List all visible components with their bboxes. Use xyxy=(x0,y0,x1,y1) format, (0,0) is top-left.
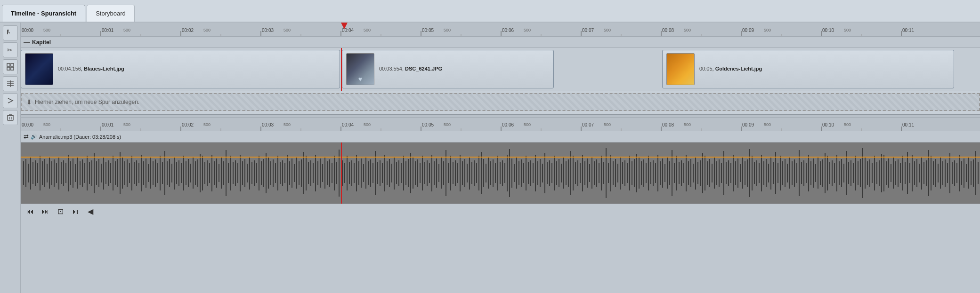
svg-rect-332 xyxy=(540,159,541,187)
svg-rect-280 xyxy=(417,159,418,187)
svg-text:500: 500 xyxy=(604,122,611,127)
svg-rect-438 xyxy=(789,158,790,189)
svg-rect-362 xyxy=(610,155,611,191)
svg-rect-308 xyxy=(483,159,484,187)
btn-go-start[interactable]: ⏮ xyxy=(24,206,36,217)
svg-rect-289 xyxy=(438,164,439,182)
svg-rect-176 xyxy=(171,164,172,182)
svg-rect-477 xyxy=(881,154,882,192)
svg-rect-284 xyxy=(427,160,428,186)
svg-rect-460 xyxy=(841,159,842,187)
svg-rect-283 xyxy=(424,162,425,184)
svg-rect-241 xyxy=(324,158,325,189)
btn-play-pause[interactable]: ⏯ xyxy=(70,206,81,217)
svg-rect-411 xyxy=(726,162,727,184)
btn-loop[interactable]: ⊡ xyxy=(55,206,66,217)
svg-text:00:03: 00:03 xyxy=(262,28,274,33)
svg-rect-267 xyxy=(387,161,388,185)
svg-rect-504 xyxy=(945,159,946,187)
svg-rect-457 xyxy=(834,163,835,183)
svg-rect-400 xyxy=(700,160,701,186)
svg-rect-415 xyxy=(735,161,736,185)
svg-rect-350 xyxy=(582,155,583,191)
tab-bar: Timeline - Spuransicht Storyboard xyxy=(0,0,980,23)
tab-storyboard[interactable]: Storyboard xyxy=(87,5,135,22)
svg-rect-419 xyxy=(745,161,745,185)
tool-razor[interactable]: ✂ xyxy=(3,42,18,57)
svg-text:00:06: 00:06 xyxy=(502,122,514,127)
svg-text:500: 500 xyxy=(524,122,531,127)
svg-rect-366 xyxy=(620,157,621,190)
drop-zone[interactable]: ⬇ Hierher ziehen, um neue Spur anzulegen… xyxy=(21,93,980,111)
svg-text:00:01: 00:01 xyxy=(102,122,113,127)
svg-rect-448 xyxy=(813,158,814,188)
svg-rect-476 xyxy=(879,160,880,186)
svg-rect-359 xyxy=(603,162,604,184)
svg-rect-194 xyxy=(214,161,215,185)
btn-go-end[interactable]: ⏭ xyxy=(40,206,51,217)
svg-rect-375 xyxy=(641,161,642,185)
svg-rect-387 xyxy=(669,161,670,185)
svg-rect-261 xyxy=(373,163,373,183)
video-clip-2[interactable]: 00:03.554, DSC_6241.JPG xyxy=(342,50,554,88)
svg-rect-133 xyxy=(70,161,71,185)
svg-text:00:11: 00:11 xyxy=(902,28,914,33)
svg-rect-225 xyxy=(287,155,288,191)
svg-rect-312 xyxy=(493,159,494,187)
btn-scroll[interactable]: ◀ xyxy=(85,206,96,217)
svg-rect-146 xyxy=(101,164,102,182)
video-ruler: 00:00 00:01 00:02 00:03 00:04 00:05 00:0… xyxy=(21,23,980,37)
svg-rect-394 xyxy=(686,155,687,191)
tool-grid[interactable] xyxy=(3,59,18,74)
svg-rect-190 xyxy=(204,162,205,184)
svg-rect-489 xyxy=(909,163,910,183)
svg-rect-169 xyxy=(155,159,156,187)
bottom-bar: ⏮ ⏭ ⊡ ⏯ ◀ xyxy=(21,204,980,219)
svg-rect-452 xyxy=(822,159,823,187)
svg-rect-407 xyxy=(716,161,717,185)
svg-rect-399 xyxy=(697,162,698,184)
tool-cursor[interactable] xyxy=(3,25,18,40)
svg-rect-183 xyxy=(188,159,189,187)
svg-rect-427 xyxy=(763,161,764,185)
svg-rect-374 xyxy=(639,158,640,189)
svg-rect-506 xyxy=(949,153,950,193)
svg-rect-115 xyxy=(28,164,29,182)
svg-rect-380 xyxy=(653,160,654,186)
svg-rect-441 xyxy=(796,163,797,183)
svg-rect-396 xyxy=(690,159,691,187)
svg-rect-202 xyxy=(233,162,234,184)
svg-rect-286 xyxy=(431,155,432,191)
svg-rect-475 xyxy=(876,162,877,184)
svg-rect-430 xyxy=(770,157,771,190)
svg-rect-298 xyxy=(460,155,461,191)
svg-rect-244 xyxy=(332,163,332,183)
svg-rect-510 xyxy=(959,155,960,191)
tab-timeline[interactable]: Timeline - Spuransicht xyxy=(2,5,85,22)
svg-rect-311 xyxy=(490,161,491,185)
video-clip-3[interactable]: 00:05, Goldenes-Licht.jpg xyxy=(662,50,954,88)
svg-text:500: 500 xyxy=(43,28,50,32)
tool-delete[interactable] xyxy=(3,110,18,125)
svg-rect-211 xyxy=(254,160,255,186)
video-clip-1[interactable]: 00:04.156, Blaues-Licht.jpg xyxy=(21,50,340,88)
svg-rect-424 xyxy=(756,160,757,186)
kapitel-row: — Kapitel xyxy=(21,37,980,48)
svg-rect-395 xyxy=(688,161,689,185)
svg-text:500: 500 xyxy=(444,28,451,32)
svg-rect-473 xyxy=(872,163,873,183)
svg-rect-290 xyxy=(441,158,442,189)
svg-rect-317 xyxy=(504,163,505,183)
svg-text:500: 500 xyxy=(764,28,771,32)
tool-arrow[interactable] xyxy=(3,93,18,108)
svg-rect-480 xyxy=(888,158,889,188)
svg-rect-192 xyxy=(209,163,210,183)
svg-rect-150 xyxy=(110,163,111,183)
svg-rect-503 xyxy=(942,161,943,185)
svg-rect-206 xyxy=(242,161,243,185)
svg-rect-236 xyxy=(313,163,314,183)
svg-rect-249 xyxy=(344,163,345,183)
tool-trim[interactable] xyxy=(3,76,18,91)
svg-rect-330 xyxy=(535,155,536,191)
svg-rect-269 xyxy=(391,164,392,182)
